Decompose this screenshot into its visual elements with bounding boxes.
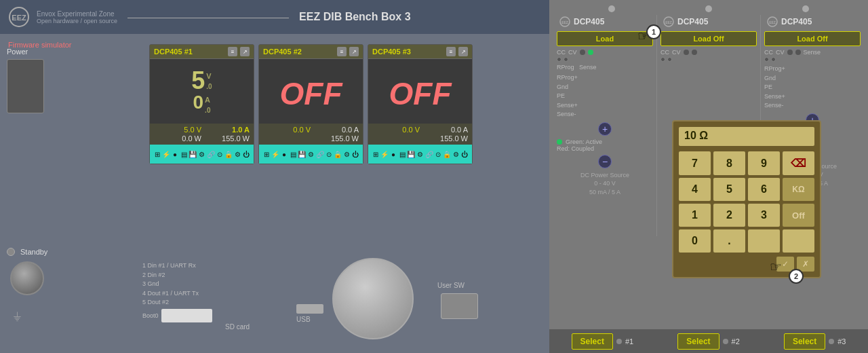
left-panel: EEZ Envox Experimental Zone Open hardwar… (0, 0, 549, 353)
tb-icon-4[interactable]: ▤ (180, 149, 189, 159)
dcp3-sense-label: Sense (804, 49, 821, 56)
key-6[interactable]: 6 (748, 178, 780, 201)
ch1-icon2[interactable]: ↗ (240, 47, 250, 56)
channel-1-bottom: 5.0 V 1.0 A 0.0 W 155.0 W (150, 124, 254, 145)
tb-icon-9[interactable]: 🔒 (224, 149, 233, 159)
key-2[interactable]: 2 (713, 204, 745, 227)
ch2-tb-5[interactable]: 💾 (298, 149, 307, 159)
tb-icon-11[interactable]: ⏻ (242, 149, 251, 159)
ch2-tb-2[interactable]: ⚡ (271, 149, 279, 159)
key-8[interactable]: 8 (713, 151, 745, 175)
ch3-tb-6[interactable]: ⚙ (416, 149, 425, 159)
key-9[interactable]: 9 (748, 151, 780, 175)
channels-area: DCP405 #1 ≡ ↗ 5 V .0 0 A (149, 44, 473, 164)
dcp2-cv-label: CV (672, 49, 681, 56)
ch2-icon2[interactable]: ↗ (349, 47, 359, 56)
ch3-tb-3[interactable]: ● (389, 149, 397, 159)
tb-icon-5[interactable]: 💾 (189, 149, 197, 159)
load-btn-wrapper: Load ☞ 1 (557, 31, 653, 49)
dcp3-cv-led (795, 50, 801, 55)
dcp-columns: EEZ DCP405 Load ☞ 1 CC CV (549, 15, 868, 236)
uart-line-3: 3 Gnd (142, 280, 199, 289)
eez-logo-icon: EEZ (8, 6, 30, 28)
key-kohm[interactable]: KΩ (783, 178, 814, 201)
dcp2-load-off-button[interactable]: Load Off (660, 31, 757, 46)
ch1-icon1[interactable]: ≡ (228, 47, 237, 56)
dcp1-cc-cv-row: CC CV (557, 49, 653, 56)
ch3-voltage-val: 0.0 V (372, 126, 420, 134)
tb-icon-3[interactable]: ● (170, 149, 179, 159)
ch3-tb-5[interactable]: 💾 (407, 149, 416, 159)
key-backspace[interactable]: ⌫ (783, 151, 814, 175)
voltage-number: 5 (191, 69, 205, 93)
standby-dot (7, 248, 15, 256)
tb-icon-7[interactable]: 🔗 (206, 149, 215, 159)
dcp1-label-senseminus: Sense- (557, 110, 653, 119)
svg-text:EEZ: EEZ (12, 14, 26, 22)
keypad-grid: 7 8 9 ⌫ 4 5 6 KΩ 1 2 3 Off 0 . (679, 151, 814, 253)
dcp1-cv-label: CV (568, 49, 577, 56)
channel-1-name: DCP405 #1 (154, 48, 193, 56)
ch2-tb-10[interactable]: ⚙ (342, 149, 351, 159)
ch2-tb-8[interactable]: ⊙ (324, 149, 333, 159)
ch1-voltage-val: 5.0 V (154, 126, 201, 134)
current-number: 0 (193, 93, 204, 112)
tb-icon-2[interactable]: ⚡ (161, 149, 170, 159)
encoder-knob[interactable] (332, 258, 414, 339)
tb-icon-6[interactable]: ⚙ (197, 149, 206, 159)
select-button-3[interactable]: Select (784, 333, 825, 350)
boot0-label: Boot0 (142, 312, 159, 319)
user-sw-button[interactable] (441, 293, 478, 319)
select-button-1[interactable]: Select (572, 333, 613, 350)
ch3-icon1[interactable]: ≡ (446, 47, 456, 56)
tb-icon-10[interactable]: ⚙ (233, 149, 242, 159)
dcp1-coupled-text: Red: Coupled (557, 145, 653, 152)
ch2-icon1[interactable]: ≡ (337, 47, 347, 56)
ch3-icon2[interactable]: ↗ (458, 47, 468, 56)
key-7[interactable]: 7 (679, 151, 711, 175)
key-4[interactable]: 4 (679, 178, 711, 201)
ch3-tb-8[interactable]: ⊙ (433, 149, 442, 159)
ch3-tb-9[interactable]: 🔒 (443, 149, 452, 159)
key-0[interactable]: 0 (679, 229, 711, 253)
dcp1-plus-button[interactable]: + (598, 122, 612, 136)
callout-1: 1 (646, 24, 661, 39)
dcp1-minus-button[interactable]: − (598, 155, 612, 168)
dcp2-cc-cv-row: CC CV (660, 49, 757, 56)
key-off[interactable]: Off (783, 204, 814, 227)
select-group-1: Select #1 (549, 329, 656, 353)
select-button-2[interactable]: Select (677, 333, 719, 350)
channel-1-display: 5 V .0 0 A .0 (150, 59, 254, 124)
key-1[interactable]: 1 (679, 204, 711, 227)
ch3-tb-7[interactable]: 🔗 (425, 149, 433, 159)
ch3-tb-4[interactable]: ▤ (398, 149, 407, 159)
ch2-tb-4[interactable]: ▤ (289, 149, 298, 159)
ch2-tb-3[interactable]: ● (279, 149, 288, 159)
dcp3-label-rprog: RProg+ (764, 64, 861, 74)
select-group-3: Select #3 (762, 329, 868, 353)
keypad-value: 10 Ω (684, 130, 708, 141)
dcp1-label-pe: PE (557, 92, 653, 101)
standby-knob[interactable] (10, 261, 44, 295)
ch3-tb-2[interactable]: ⚡ (380, 149, 389, 159)
tb-icon-1[interactable]: ⊞ (153, 149, 161, 159)
dcp3-load-off-button[interactable]: Load Off (764, 31, 861, 46)
keypad-overlay: 10 Ω 7 8 9 ⌫ 4 5 6 KΩ 1 2 3 Off 0 . (672, 120, 821, 278)
user-sw-label: User SW (437, 282, 465, 289)
tb-icon-8[interactable]: ⊙ (215, 149, 224, 159)
ch2-tb-6[interactable]: ⚙ (307, 149, 315, 159)
channel-3-toolbar: ⊞ ⚡ ● ▤ 💾 ⚙ 🔗 ⊙ 🔒 ⚙ ⏻ (368, 145, 472, 164)
ch2-tb-9[interactable]: 🔒 (334, 149, 342, 159)
ch2-tb-7[interactable]: 🔗 (315, 149, 324, 159)
dcp1-label-rprog: RProg+ (557, 73, 653, 83)
dcp2-logo-icon: EEZ (663, 16, 674, 27)
key-dot[interactable]: . (713, 229, 745, 253)
key-3[interactable]: 3 (748, 204, 780, 227)
ch3-tb-10[interactable]: ⚙ (452, 149, 460, 159)
ch2-tb-11[interactable]: ⏻ (351, 149, 360, 159)
ch3-tb-11[interactable]: ⏻ (460, 149, 469, 159)
key-5[interactable]: 5 (713, 178, 745, 201)
ch2-tb-1[interactable]: ⊞ (262, 149, 271, 159)
title-block: Envox Experimental Zone Open hardware / … (37, 10, 117, 24)
ch3-tb-1[interactable]: ⊞ (371, 149, 380, 159)
